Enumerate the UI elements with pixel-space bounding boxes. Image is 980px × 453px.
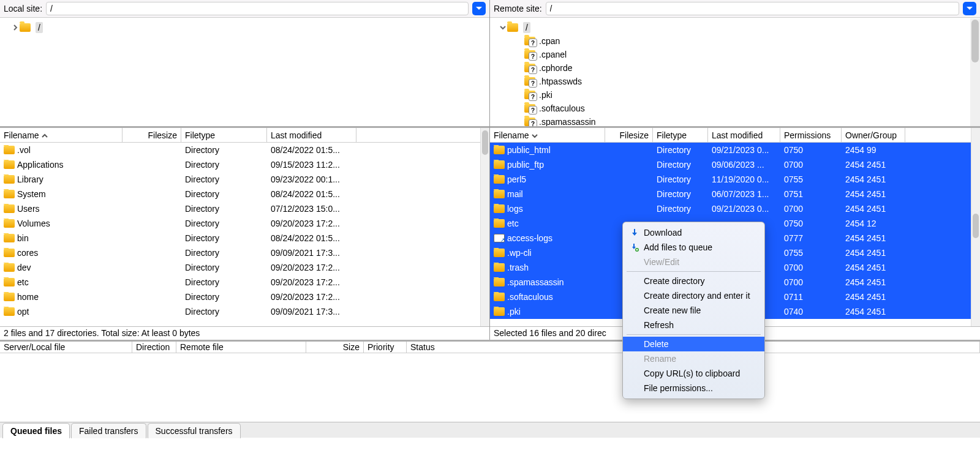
folder-icon — [4, 160, 15, 169]
menu-create-file[interactable]: Create new file — [623, 303, 764, 318]
folder-icon — [4, 278, 15, 286]
folder-icon — [494, 249, 505, 257]
folder-icon — [494, 263, 505, 272]
chevron-right-icon[interactable] — [11, 24, 20, 31]
remote-tree-scrollbar[interactable] — [970, 18, 980, 126]
folder-icon — [4, 204, 15, 213]
tree-item[interactable]: .softaculous — [490, 102, 980, 115]
folder-icon — [4, 307, 15, 316]
folder-unknown-icon — [524, 50, 535, 59]
tree-item[interactable]: .htpasswds — [490, 75, 980, 88]
local-path-input[interactable] — [46, 2, 469, 15]
menu-view-edit: View/Edit — [623, 255, 764, 269]
symlink-icon — [494, 234, 505, 242]
tree-item[interactable]: .cpan — [490, 34, 980, 48]
folder-icon — [494, 146, 505, 154]
bottom-tabs: Queued files Failed transfers Successful… — [0, 422, 980, 438]
folder-unknown-icon — [524, 77, 535, 86]
menu-rename: Rename — [623, 351, 764, 366]
table-row[interactable]: binDirectory08/24/2022 01:5... — [0, 231, 480, 245]
folder-unknown-icon — [524, 118, 535, 126]
local-scrollbar[interactable] — [480, 128, 489, 326]
folder-icon — [4, 234, 15, 242]
table-row[interactable]: public_ftpDirectory09/06/2023 ...0700245… — [490, 157, 971, 172]
remote-tree-root[interactable]: / — [523, 22, 530, 33]
remote-path-dropdown[interactable] — [963, 2, 976, 15]
folder-icon — [494, 219, 505, 228]
remote-site-label: Remote site: — [494, 4, 542, 13]
remote-scrollbar[interactable] — [971, 128, 980, 326]
menu-add-queue[interactable]: Add files to queue — [623, 240, 764, 255]
folder-icon — [4, 175, 15, 184]
folder-icon — [4, 263, 15, 272]
folder-icon — [494, 204, 505, 213]
menu-file-perms[interactable]: File permissions... — [623, 381, 764, 395]
table-row[interactable]: perl5Directory11/19/2020 0...07552454 24… — [490, 172, 971, 187]
local-site-bar: Local site: — [0, 0, 489, 18]
table-row[interactable]: mailDirectory06/07/2023 1...07512454 245… — [490, 187, 971, 201]
menu-refresh[interactable]: Refresh — [623, 318, 764, 332]
table-row[interactable]: VolumesDirectory09/20/2023 17:2... — [0, 216, 480, 231]
table-row[interactable]: coresDirectory09/09/2021 17:3... — [0, 245, 480, 260]
folder-unknown-icon — [524, 104, 535, 113]
folder-icon — [494, 160, 505, 169]
menu-create-dir[interactable]: Create directory — [623, 274, 764, 288]
menu-copy-url[interactable]: Copy URL(s) to clipboard — [623, 366, 764, 381]
remote-headers[interactable]: Filename Filesize Filetype Last modified… — [490, 128, 971, 143]
remote-site-bar: Remote site: — [490, 0, 980, 18]
queue-body — [0, 353, 980, 422]
menu-delete[interactable]: Delete — [623, 337, 764, 351]
table-row[interactable]: homeDirectory09/20/2023 17:2... — [0, 290, 480, 304]
table-row[interactable]: optDirectory09/09/2021 17:3... — [0, 304, 480, 319]
table-row[interactable]: SystemDirectory08/24/2022 01:5... — [0, 187, 480, 201]
table-row[interactable]: logsDirectory09/21/2023 0...07002454 245… — [490, 201, 971, 216]
tree-item[interactable]: .pki — [490, 88, 980, 102]
tab-failed[interactable]: Failed transfers — [71, 423, 146, 438]
queue-headers[interactable]: Server/Local file Direction Remote file … — [0, 340, 980, 353]
menu-create-dir-enter[interactable]: Create directory and enter it — [623, 288, 764, 303]
table-row[interactable]: .volDirectory08/24/2022 01:5... — [0, 143, 480, 157]
local-tree-root[interactable]: / — [36, 22, 43, 33]
folder-unknown-icon — [524, 64, 535, 72]
folder-icon — [507, 23, 518, 32]
tree-item[interactable]: .spamassassin — [490, 115, 980, 128]
folder-icon — [4, 190, 15, 198]
table-row[interactable]: etcDirectory09/20/2023 17:2... — [0, 275, 480, 290]
local-path-dropdown[interactable] — [472, 2, 486, 15]
menu-download[interactable]: Download — [623, 225, 764, 240]
tree-item[interactable]: .cphorde — [490, 61, 980, 75]
remote-path-input[interactable] — [546, 2, 959, 15]
folder-icon — [494, 293, 505, 301]
folder-icon — [494, 175, 505, 184]
table-row[interactable]: public_htmlDirectory09/21/2023 0...07502… — [490, 143, 971, 157]
folder-icon — [4, 146, 15, 154]
context-menu: Download Add files to queue View/Edit Cr… — [622, 222, 765, 399]
folder-icon — [494, 190, 505, 198]
remote-tree[interactable]: / .cpan.cpanel.cphorde.htpasswds.pki.sof… — [490, 18, 980, 128]
sort-asc-icon — [42, 130, 48, 140]
local-pane: Local site: / Filename Filesize Filetype… — [0, 0, 490, 340]
tab-successful[interactable]: Successful transfers — [148, 423, 241, 438]
folder-unknown-icon — [524, 91, 535, 99]
table-row[interactable]: LibraryDirectory09/23/2022 00:1... — [0, 172, 480, 187]
local-file-list: Filename Filesize Filetype Last modified… — [0, 128, 480, 326]
sort-desc-icon — [532, 130, 538, 140]
folder-icon — [4, 293, 15, 301]
folder-icon — [4, 219, 15, 228]
chevron-down-icon[interactable] — [499, 25, 507, 30]
table-row[interactable]: devDirectory09/20/2023 17:2... — [0, 260, 480, 275]
tree-item[interactable]: .cpanel — [490, 48, 980, 61]
local-headers[interactable]: Filename Filesize Filetype Last modified — [0, 128, 480, 143]
local-status: 2 files and 17 directories. Total size: … — [0, 326, 489, 340]
table-row[interactable]: ApplicationsDirectory09/15/2023 11:2... — [0, 157, 480, 172]
download-icon — [630, 228, 639, 238]
table-row[interactable]: UsersDirectory07/12/2023 15:0... — [0, 201, 480, 216]
tab-queued[interactable]: Queued files — [2, 423, 70, 438]
folder-icon — [494, 307, 505, 316]
local-site-label: Local site: — [4, 4, 42, 13]
folder-icon — [4, 249, 15, 257]
local-tree[interactable]: / — [0, 18, 489, 128]
folder-unknown-icon — [524, 37, 535, 45]
folder-icon — [20, 23, 31, 32]
add-queue-icon — [630, 242, 639, 252]
